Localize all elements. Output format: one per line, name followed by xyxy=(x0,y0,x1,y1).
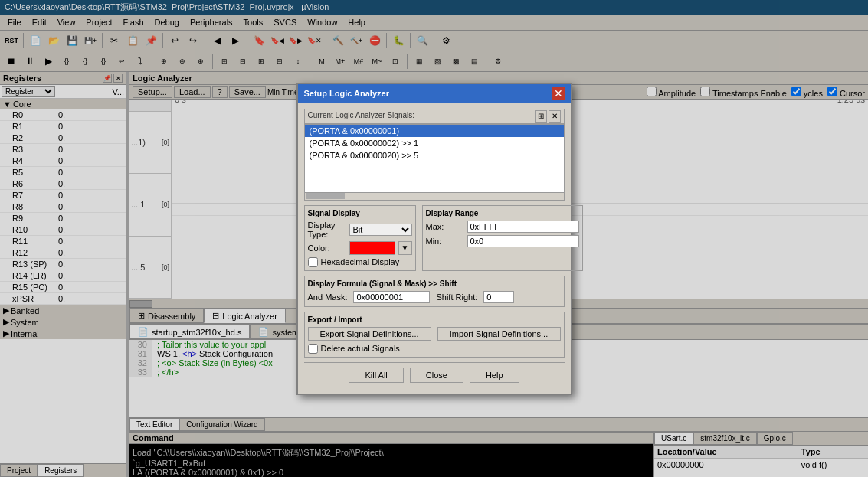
hex-label: Hexadecimal Display xyxy=(321,257,400,266)
shift-right-label: Shift Right: xyxy=(436,292,477,302)
color-picker-btn[interactable]: ▼ xyxy=(398,241,412,255)
and-mask-label: And Mask: xyxy=(308,292,348,302)
display-type-select[interactable]: Bit xyxy=(349,224,412,236)
signal-hscroll-thumb[interactable] xyxy=(306,193,345,199)
signal-list[interactable]: (PORTA & 0x00000001) (PORTA & 0x00000002… xyxy=(304,124,565,193)
signal-section: Current Logic Analyzer Signals: ⊞ ✕ (POR… xyxy=(304,109,565,201)
hex-row: Hexadecimal Display xyxy=(308,257,412,267)
min-row: Min: xyxy=(426,235,579,247)
formula-row: And Mask: Shift Right: xyxy=(308,291,561,303)
min-input[interactable] xyxy=(467,235,579,247)
signal-list-header: Current Logic Analyzer Signals: ⊞ ✕ xyxy=(304,109,565,124)
dialog-body: Current Logic Analyzer Signals: ⊞ ✕ (POR… xyxy=(298,103,571,394)
color-swatch[interactable] xyxy=(349,241,395,255)
display-type-label: Display Type: xyxy=(308,221,346,239)
delete-checkbox[interactable] xyxy=(308,344,318,354)
display-range-title: Display Range xyxy=(426,209,579,217)
setup-dialog: Setup Logic Analyzer ✕ Current Logic Ana… xyxy=(296,83,572,395)
delete-row: Delete actual Signals xyxy=(308,344,561,354)
and-mask-input[interactable] xyxy=(353,291,430,303)
export-section: Export / Import Export Signal Definition… xyxy=(304,312,565,358)
signal-restore-btn[interactable]: ⊞ xyxy=(535,110,547,123)
import-btn[interactable]: Import Signal Definitions... xyxy=(437,327,561,341)
dialog-help-btn[interactable]: Help xyxy=(470,368,519,383)
dialog-close-btn[interactable]: ✕ xyxy=(552,87,565,100)
kill-all-btn[interactable]: Kill All xyxy=(349,368,403,383)
formula-title: Display Formula (Signal & Mask) >> Shift xyxy=(308,279,561,288)
dialog-close-footer-btn[interactable]: Close xyxy=(410,368,463,383)
max-row: Max: xyxy=(426,221,579,233)
dialog-title-bar: Setup Logic Analyzer ✕ xyxy=(298,84,571,103)
signal-item-1[interactable]: (PORTA & 0x00000001) xyxy=(305,125,564,137)
dialog-footer: Kill All Close Help xyxy=(304,362,565,387)
signal-display-title: Signal Display xyxy=(308,209,412,217)
hex-checkbox[interactable] xyxy=(308,257,318,267)
dialog-title-text: Setup Logic Analyzer xyxy=(304,89,389,98)
signal-list-hscroll[interactable] xyxy=(304,193,565,201)
display-range-box: Display Range Max: Min: xyxy=(422,205,583,271)
signal-display-box: Signal Display Display Type: Bit Color: … xyxy=(304,205,416,271)
export-btn[interactable]: Export Signal Definitions... xyxy=(308,327,431,341)
export-row: Export Signal Definitions... Import Sign… xyxy=(308,327,561,341)
color-row: Color: ▼ xyxy=(308,241,412,255)
signal-header-btns: ⊞ ✕ xyxy=(535,110,561,123)
display-type-row: Display Type: Bit xyxy=(308,221,412,239)
display-range-row: Signal Display Display Type: Bit Color: … xyxy=(304,205,565,271)
max-input[interactable] xyxy=(467,221,579,233)
shift-right-input[interactable] xyxy=(483,291,514,303)
dialog-overlay: Setup Logic Analyzer ✕ Current Logic Ana… xyxy=(0,0,868,477)
color-label: Color: xyxy=(308,243,346,253)
delete-label: Delete actual Signals xyxy=(321,344,400,353)
export-title: Export / Import xyxy=(308,315,561,324)
formula-section: Display Formula (Signal & Mask) >> Shift… xyxy=(304,276,565,307)
max-label: Max: xyxy=(426,222,464,231)
signal-item-2[interactable]: (PORTA & 0x00000002) >> 1 xyxy=(305,137,564,149)
signal-section-label: Current Logic Analyzer Signals: xyxy=(308,111,415,119)
min-label: Min: xyxy=(426,237,464,246)
signal-item-3[interactable]: (PORTA & 0x00000020) >> 5 xyxy=(305,149,564,162)
signal-close-inner-btn[interactable]: ✕ xyxy=(549,110,561,123)
